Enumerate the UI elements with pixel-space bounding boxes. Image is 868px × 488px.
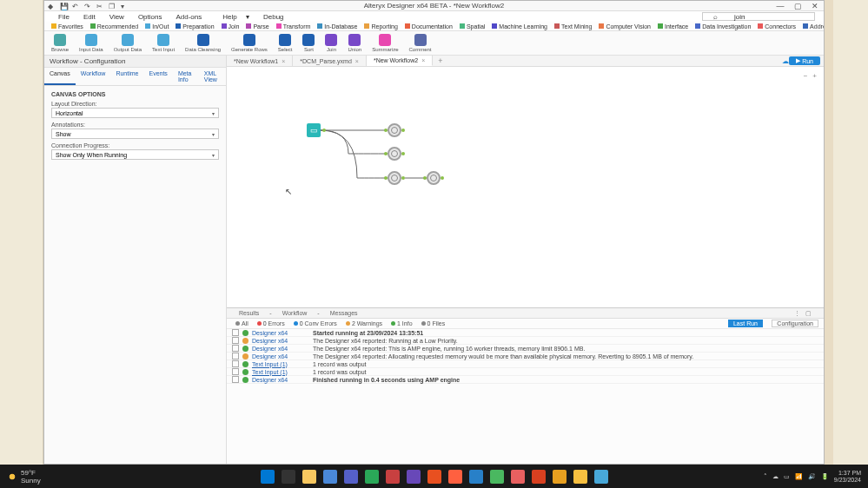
zoom-in-button[interactable]: + — [812, 72, 817, 80]
add-tab-button[interactable]: + — [433, 56, 447, 65]
global-search[interactable]: ⌕join — [702, 12, 815, 21]
filter--conv-errors[interactable]: 0 Conv Errors — [290, 320, 341, 326]
category-preparation[interactable]: Preparation — [172, 23, 217, 30]
log-row[interactable]: Designer x64The Designer x64 reported: T… — [227, 345, 824, 353]
results-menu-icon[interactable]: ⋮ ▢ — [789, 310, 818, 317]
connection-progress-select[interactable]: Show Only When Running — [51, 149, 219, 160]
menu-file[interactable]: File — [51, 13, 76, 21]
app-icon-4[interactable] — [553, 470, 567, 484]
teams-icon[interactable] — [407, 470, 421, 484]
firefox-icon[interactable] — [427, 470, 441, 484]
config-tab-canvas[interactable]: Canvas — [44, 68, 76, 85]
weather-widget[interactable]: 59°F Sunny — [7, 469, 41, 485]
qat-alteryx-icon[interactable]: ◆ — [48, 3, 55, 10]
tab-close-icon[interactable]: × — [282, 58, 285, 64]
menu-debug[interactable]: Debug — [256, 13, 291, 21]
qat-cut-icon[interactable]: ✂ — [96, 3, 103, 10]
filter--errors[interactable]: 0 Errors — [254, 320, 288, 326]
workflow-tab[interactable]: *New Workflow1 × — [227, 56, 293, 66]
menu-help[interactable]: Help ▾ — [209, 13, 256, 21]
filter--info[interactable]: 1 Info — [388, 320, 416, 326]
workflow-tab[interactable]: *New Workflow2 × — [367, 56, 433, 66]
tool-text-input[interactable]: Text Input — [152, 34, 175, 52]
category-interface[interactable]: Interface — [654, 23, 692, 30]
alteryx-icon[interactable] — [386, 470, 400, 484]
filter-all[interactable]: All — [232, 320, 252, 326]
browse-tool-3[interactable] — [388, 171, 401, 185]
app-icon-3[interactable] — [511, 470, 525, 484]
category-documentation[interactable]: Documentation — [401, 23, 456, 30]
start-button[interactable] — [261, 470, 275, 484]
tool-select[interactable]: Select — [278, 34, 293, 52]
tool-union[interactable]: Union — [348, 34, 361, 52]
edge-icon[interactable] — [323, 470, 337, 484]
qat-copy-icon[interactable]: ❐ — [109, 3, 116, 10]
results-tab-results[interactable]: Results — [234, 310, 264, 316]
last-run-button[interactable]: Last Run — [728, 320, 763, 327]
category-connectors[interactable]: Connectors — [754, 23, 799, 30]
filter--warnings[interactable]: 2 Warnings — [342, 320, 386, 326]
config-tab-events[interactable]: Events — [143, 68, 172, 85]
sublime-icon[interactable] — [532, 470, 546, 484]
app-icon-2[interactable] — [490, 470, 504, 484]
tray-volume-icon[interactable]: 🔊 — [808, 473, 816, 480]
qat-redo-icon[interactable]: ↷ — [84, 3, 91, 10]
tray-onedrive-icon[interactable]: ☁ — [772, 473, 779, 480]
tool-comment[interactable]: Comment — [409, 34, 432, 52]
browse-tool-1[interactable] — [388, 123, 401, 137]
category-favorites[interactable]: Favorites — [48, 23, 87, 30]
menu-view[interactable]: View — [103, 13, 131, 21]
tool-generate-rows[interactable]: Generate Rows — [231, 34, 268, 52]
log-row[interactable]: Text Input (1)1 record was output — [227, 368, 824, 376]
close-button[interactable]: ✕ — [806, 2, 824, 10]
clock[interactable]: 1:37 PM 9/23/2024 — [834, 470, 861, 483]
category-spatial[interactable]: Spatial — [456, 23, 488, 30]
tray-battery-icon[interactable]: 🔋 — [821, 473, 829, 480]
browse-tool-2[interactable] — [388, 147, 401, 161]
tool-summarize[interactable]: Summarize — [372, 34, 398, 52]
tray-video-icon[interactable]: ▭ — [784, 473, 790, 480]
tool-data-cleansing[interactable]: Data Cleansing — [185, 34, 221, 52]
search-taskbar-icon[interactable] — [282, 470, 295, 484]
category-machine-learning[interactable]: Machine Learning — [488, 23, 551, 30]
category-in-database[interactable]: In-Database — [314, 23, 361, 30]
category-recommended[interactable]: Recommended — [87, 23, 142, 30]
zoom-out-button[interactable]: − — [804, 72, 808, 80]
log-row[interactable]: Designer x64The Designer x64 reported: R… — [227, 337, 824, 345]
category-transform[interactable]: Transform — [273, 23, 315, 30]
filter--files[interactable]: 0 Files — [418, 320, 449, 326]
canvas[interactable]: − + ▭ — [227, 67, 824, 307]
layout-direction-select[interactable]: Horizontal — [51, 108, 219, 118]
app-icon-5[interactable] — [594, 470, 608, 484]
minimize-button[interactable]: — — [772, 2, 789, 10]
log-row[interactable]: Text Input (1)1 record was output — [227, 360, 824, 368]
config-tab-xml-view[interactable]: XML View — [199, 68, 226, 85]
category-reporting[interactable]: Reporting — [361, 23, 401, 30]
config-tab-workflow[interactable]: Workflow — [76, 68, 111, 85]
browse-tool-4[interactable] — [427, 171, 441, 185]
tab-close-icon[interactable]: × — [421, 57, 425, 63]
annotations-select[interactable]: Show — [51, 129, 219, 139]
menu-options[interactable]: Options — [131, 13, 169, 21]
category-data-investigation[interactable]: Data Investigation — [692, 23, 754, 30]
workflow-tab[interactable]: *DCM_Parse.yxmd × — [293, 56, 367, 66]
log-row[interactable]: Designer x64The Designer x64 reported: A… — [227, 353, 824, 360]
text-input-tool[interactable]: ▭ — [307, 123, 321, 137]
maximize-button[interactable]: ▢ — [789, 2, 806, 10]
category-text-mining[interactable]: Text Mining — [551, 23, 595, 30]
results-config-button[interactable]: Configuration — [772, 320, 818, 327]
system-tray[interactable]: ˄ ☁ ▭ 📶 🔊 🔋 1:37 PM 9/23/2024 — [764, 470, 861, 483]
tool-input-data[interactable]: Input Data — [79, 34, 103, 52]
config-tab-meta-info[interactable]: Meta Info — [173, 68, 199, 85]
category-in-out[interactable]: In/Out — [142, 23, 172, 30]
chrome-icon[interactable] — [573, 470, 587, 484]
file-explorer-icon[interactable] — [302, 470, 316, 484]
tool-sort[interactable]: Sort — [302, 34, 315, 52]
cloud-icon[interactable]: ☁ — [782, 57, 789, 65]
vscode-icon[interactable] — [469, 470, 483, 484]
tray-wifi-icon[interactable]: 📶 — [795, 473, 803, 480]
config-tab-runtime[interactable]: Runtime — [110, 68, 143, 85]
qat-save-icon[interactable]: 💾 — [60, 3, 67, 10]
category-computer-vision[interactable]: Computer Vision — [595, 23, 654, 30]
store-icon[interactable] — [344, 470, 358, 484]
